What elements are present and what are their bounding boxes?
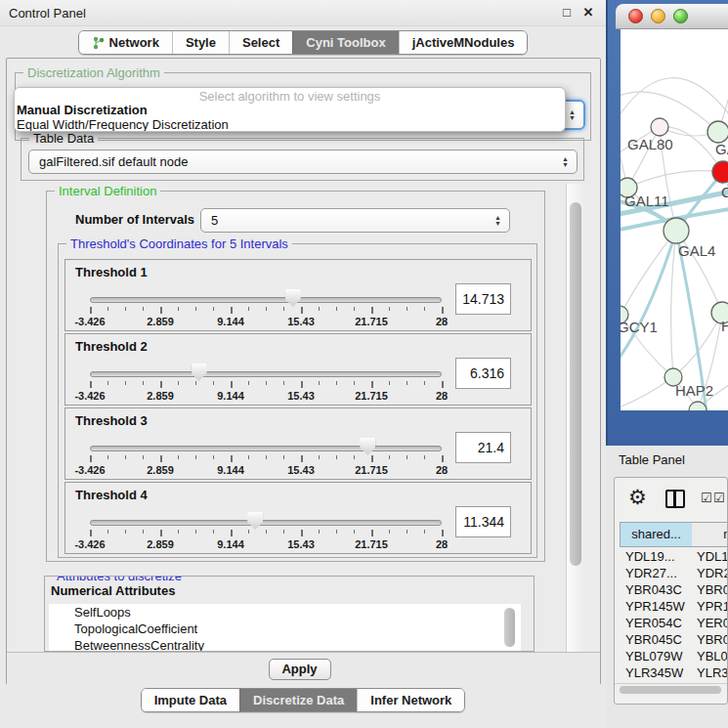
cell-shared-name[interactable]: YDL19... [620,548,692,565]
tick-mark [424,530,425,534]
num-intervals-combobox[interactable]: 5 ▲▼ [200,208,510,233]
cell-shared-name[interactable]: YDR27... [620,565,692,581]
table-row[interactable]: YBL079WYBL0 [620,648,728,664]
table-hscrollbar-thumb[interactable] [620,686,721,694]
tick-mark [195,530,196,534]
tick-label: 2.859 [131,538,190,550]
tab-style[interactable]: Style [172,31,229,54]
network-edge [627,171,723,188]
group-label: Discretization Algorithm [23,65,164,80]
table-row[interactable]: YER054CYER0 [620,615,728,631]
node-gal80[interactable] [651,118,668,136]
node-label-gal11: GAL11 [624,193,669,209]
cell-name[interactable]: YLR3 [692,664,728,681]
list-item-betweennesscentrality[interactable]: BetweennessCentrality [49,637,521,652]
slider-track[interactable] [90,297,442,303]
checkbox-checked-icon[interactable]: ☑ [713,491,725,505]
stepper-arrows-icon: ▲▼ [494,215,501,227]
tab-jactivemnodules[interactable]: jActiveMNodules [399,31,528,54]
tab-label: Style [186,35,216,50]
close-traffic-light-icon[interactable] [628,9,643,23]
table-row[interactable]: YDL19...YDL1 [620,548,728,565]
cell-shared-name[interactable]: YER054C [620,615,692,631]
control-panel-titlebar: Control Panel □ ✕ [0,0,606,26]
list-item-selfloops[interactable]: SelfLoops [49,604,521,621]
tick-mark [336,381,337,385]
column-header-name[interactable]: na [692,522,728,547]
tick-mark [336,530,337,534]
cell-name[interactable]: YER0 [692,615,728,631]
tab-select[interactable]: Select [229,31,292,54]
tab-cyni-toolbox[interactable]: Cyni Toolbox [292,31,398,54]
node-top-right[interactable] [707,121,728,143]
tick-mark [178,530,179,534]
minimize-traffic-light-icon[interactable] [651,9,665,23]
cell-shared-name[interactable]: YLR345W [620,664,692,681]
checkbox-checked-icon[interactable]: ☑ [701,491,712,505]
table-row[interactable]: YPR145WYPR1 [620,598,728,615]
cell-name[interactable]: YBL0 [692,648,728,664]
gear-icon[interactable]: ⚙ [628,486,647,509]
table-data-combobox[interactable]: galFiltered.sif default node ▲▼ [28,150,578,174]
tab-label: Discretize Data [253,693,344,707]
cell-shared-name[interactable]: YBR043C [620,581,692,598]
stepper-arrows-icon: ▲▼ [569,109,576,121]
tab-infer-network[interactable]: Infer Network [357,689,464,711]
table-row[interactable]: YBR043CYBR0 [620,581,728,598]
tick-mark [248,530,249,534]
settings-scrollbar-thumb[interactable] [570,202,581,566]
slider-handle[interactable] [247,512,263,530]
tick-mark [213,530,214,534]
network-canvas[interactable]: GAL80GACGAL11GAL4GCY1HHAP2 [621,29,728,410]
table-row[interactable]: YDR27...YDR2 [620,565,728,581]
settings-scrollbar-track[interactable] [566,184,584,652]
tick-label: 15.43 [272,316,330,327]
thresholds-group: Threshold's Coordinates for 5 Intervals … [58,243,537,558]
slider-track[interactable] [90,520,442,526]
threshold-value-field[interactable]: 11.344 [455,506,511,537]
dropdown-option-equal-width-frequency[interactable]: Equal Width/Frequency Discretization [17,117,229,132]
cell-shared-name[interactable]: YBL079W [620,648,692,664]
split-columns-icon[interactable] [665,490,685,508]
cell-shared-name[interactable]: YPR145W [620,598,692,615]
close-icon[interactable]: ✕ [580,5,596,21]
cell-shared-name[interactable]: YBR045C [620,631,692,648]
tick-mark [424,381,425,385]
stepper-arrows-icon: ▲▼ [562,156,569,168]
tab-impute-data[interactable]: Impute Data [142,689,239,711]
cell-name[interactable]: YDL1 [692,548,728,565]
dropdown-option-manual-discretization[interactable]: Manual Discretization [17,103,148,117]
content-footer: Apply [7,652,600,685]
node-gal4[interactable] [664,218,689,243]
slider-handle[interactable] [192,364,207,381]
threshold-value-field[interactable]: 21.4 [455,432,511,463]
apply-button[interactable]: Apply [269,659,331,680]
tab-network[interactable]: Network [79,31,172,54]
cell-name[interactable]: YBR0 [692,581,728,598]
threshold-value-field[interactable]: 14.713 [455,283,511,315]
node-red[interactable] [712,161,728,183]
zoom-traffic-light-icon[interactable] [673,9,688,23]
list-scrollbar-thumb[interactable] [504,608,515,647]
column-header-shared-name[interactable]: shared... [620,522,693,547]
network-window-titlebar [616,4,728,29]
table-row[interactable]: YLR345WYLR3 [620,664,728,681]
tick-mark [90,381,92,388]
slider-handle[interactable] [285,289,301,307]
slider-track[interactable] [90,446,442,451]
table-row[interactable]: YBR045CYBR0 [620,631,728,648]
tick-label: 28 [412,538,471,550]
cell-name[interactable]: YDR2 [692,565,728,581]
tick-mark [319,307,320,311]
cell-name[interactable]: YPR1 [692,598,728,615]
slider-handle[interactable] [360,438,375,455]
list-item-topologicalcoefficient[interactable]: TopologicalCoefficient [49,621,521,637]
tick-mark [442,307,444,314]
table-hscrollbar-track[interactable] [615,683,727,695]
threshold-value-field[interactable]: 6.316 [455,358,511,389]
cell-name[interactable]: YBR0 [692,631,728,648]
slider-track[interactable] [90,371,442,377]
bottom-tab-group: Impute DataDiscretize DataInfer Network [141,688,466,712]
float-window-icon[interactable]: □ [559,5,575,21]
tab-discretize-data[interactable]: Discretize Data [239,689,357,711]
